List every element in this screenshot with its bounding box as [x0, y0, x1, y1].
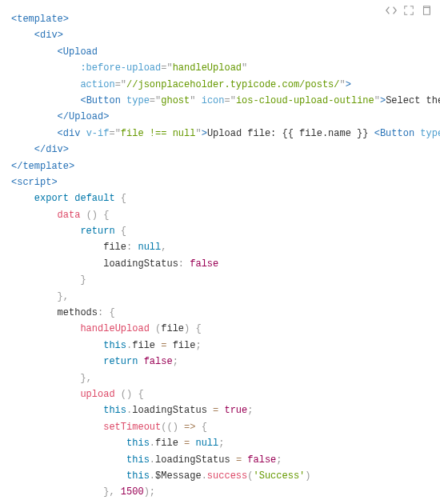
kw-default: default: [74, 193, 114, 204]
tag-script-open: script: [17, 177, 51, 188]
tag-div2: div: [63, 128, 81, 139]
expand-icon[interactable]: [403, 5, 414, 16]
attr-vif: v-if: [86, 128, 110, 139]
tag-template-open: template: [17, 14, 63, 25]
prop-message: $Message: [155, 470, 202, 482]
tag-button2: Button: [380, 128, 414, 139]
val-action: //jsonplaceholder.typicode.com/posts/: [126, 79, 339, 90]
kw-null2: null: [195, 438, 218, 449]
kw-return2: return: [103, 356, 138, 367]
attr-type2: type: [420, 128, 440, 139]
val-icon: ios-cloud-upload-outline: [236, 95, 374, 106]
button-text: Select the file: [386, 95, 440, 106]
param-file: file: [161, 323, 184, 334]
kw-this3: this: [126, 438, 150, 449]
kw-this4: this: [126, 454, 150, 466]
tag-template-close: template: [22, 161, 69, 172]
tag-div-open: div: [40, 30, 58, 41]
str-success: 'Success': [253, 470, 305, 482]
copy-icon[interactable]: [421, 5, 432, 16]
kw-this: this: [103, 340, 126, 351]
val-handle-upload: handleUpload: [173, 62, 242, 74]
kw-null: null: [138, 242, 161, 253]
attr-type: type: [126, 95, 150, 106]
prop-file3: file: [155, 438, 178, 449]
prop-loading2: loadingStatus: [132, 405, 207, 416]
code-icon[interactable]: [386, 5, 397, 16]
code-toolbar: [386, 5, 432, 16]
fn-settimeout: setTimeout: [103, 422, 161, 433]
fn-handle-upload: handleUpload: [80, 323, 149, 334]
kw-return: return: [80, 226, 114, 237]
id-file: file: [173, 340, 196, 351]
prop-file: file: [103, 242, 126, 253]
kw-false2: false: [144, 356, 173, 367]
num-1500: 1500: [121, 486, 144, 498]
prop-file2: file: [132, 340, 155, 351]
kw-true: true: [224, 405, 247, 416]
tag-upload-close: Upload: [69, 111, 103, 122]
prop-methods: methods: [58, 307, 98, 318]
attr-icon: icon: [202, 95, 225, 106]
kw-export: export: [34, 193, 69, 204]
attr-before-upload: :before-upload: [80, 62, 161, 74]
upload-file-text: Upload file: {{ file.name }}: [207, 128, 374, 139]
val-vif: file !== null: [121, 128, 196, 139]
code-block: <template> <div> <Upload :before-upload=…: [0, 0, 440, 504]
val-ghost: ghost: [161, 95, 190, 106]
prop-loading: loadingStatus: [103, 258, 178, 270]
fn-data: data: [58, 210, 81, 221]
tag-button: Button: [86, 95, 121, 106]
svg-rect-0: [424, 8, 430, 15]
kw-false3: false: [247, 454, 276, 466]
tag-upload: Upload: [63, 46, 98, 58]
attr-action: action: [80, 79, 114, 90]
fn-upload: upload: [80, 389, 114, 400]
tag-div-close: div: [46, 144, 63, 155]
kw-this5: this: [126, 470, 150, 482]
prop-loading3: loadingStatus: [155, 454, 230, 466]
kw-false: false: [190, 258, 218, 270]
fn-success: success: [207, 470, 247, 482]
kw-this2: this: [103, 405, 126, 416]
